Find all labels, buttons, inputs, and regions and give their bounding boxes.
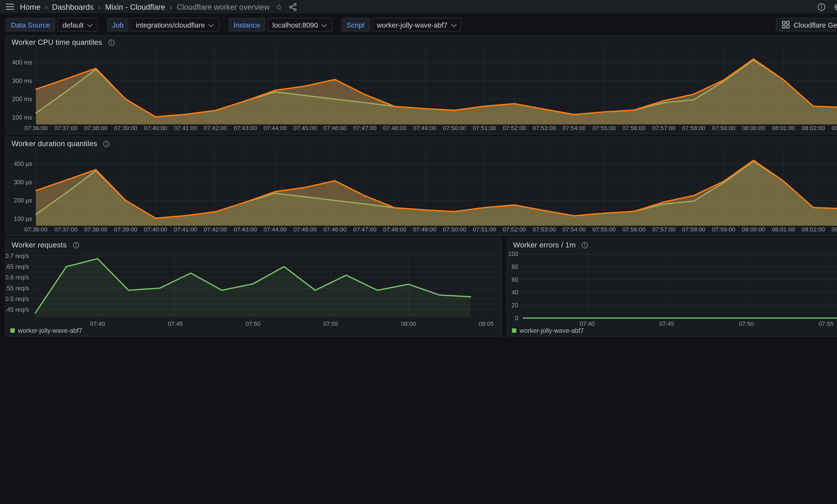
nav-actions: Last 30 minutes 1m (817, 2, 837, 11)
x-tick-label: 07:42:00 (204, 226, 227, 233)
y-tick-label: 400 µs (14, 160, 32, 167)
x-tick-label: 07:48:00 (383, 125, 407, 131)
legend: worker-jolly-wave-abf7 (512, 327, 584, 334)
chart-plot-area[interactable]: 100 ms200 ms300 ms400 ms07:36:0007:37:00… (6, 36, 837, 134)
legend-item[interactable]: worker-jolly-wave-abf7 (512, 327, 584, 334)
x-tick-label: 07:37:00 (54, 125, 77, 131)
chart-plot-area[interactable]: 0.45 req/s0.5 req/s0.55 req/s0.6 req/s0.… (6, 239, 501, 336)
x-tick-label: 07:58:00 (682, 125, 706, 131)
x-tick-label: 07:55 (323, 320, 338, 327)
x-tick-label: 07:37:00 (54, 226, 77, 233)
chart-plot-area[interactable]: 100 µs200 µs300 µs400 µs07:36:0007:37:00… (6, 137, 837, 236)
chevron-right-icon: › (170, 2, 172, 11)
x-tick-label: 07:51:00 (473, 125, 496, 131)
x-tick-label: 07:57:00 (652, 125, 675, 131)
y-tick-label: 80 (512, 263, 518, 270)
x-tick-label: 07:36:00 (24, 226, 48, 233)
panel-title[interactable]: Worker CPU time quantiles (12, 38, 102, 46)
x-tick-label: 07:50:00 (443, 125, 466, 131)
x-tick-label: 07:49:00 (413, 125, 436, 131)
chevron-right-icon: › (98, 2, 101, 11)
x-tick-label: 07:42:00 (204, 125, 227, 131)
y-tick-label: 300 ms (12, 77, 32, 84)
y-tick-label: 100 ms (12, 114, 32, 121)
breadcrumb-home[interactable]: Home (20, 2, 40, 11)
panel-title[interactable]: Worker errors / 1m (513, 241, 576, 249)
info-icon[interactable] (108, 39, 115, 46)
variable-value: worker-jolly-wave-abf7 (377, 21, 447, 29)
x-tick-label: 07:49:00 (413, 226, 436, 233)
variable-value-dropdown[interactable]: localhost:8090 (267, 18, 332, 32)
panel-title[interactable]: Worker duration quantiles (12, 140, 97, 148)
top-navigation: Home › Dashboards › Mixin - Cloudflare ›… (0, 0, 837, 14)
legend-swatch (10, 328, 15, 333)
x-tick-label: 07:38:00 (84, 226, 107, 233)
variable-value-dropdown[interactable]: worker-jolly-wave-abf7 (372, 18, 461, 32)
breadcrumb-folder[interactable]: Mixin - Cloudflare (105, 2, 165, 11)
x-tick-label: 07:43:00 (234, 125, 257, 131)
legend-label: worker-jolly-wave-abf7 (18, 327, 82, 334)
variable-value-dropdown[interactable]: integrations/cloudflare (131, 18, 219, 32)
x-tick-label: 07:39:00 (114, 125, 137, 131)
variable-value-dropdown[interactable]: default (57, 18, 97, 32)
x-tick-label: 07:39:00 (114, 226, 137, 233)
y-tick-label: 0.55 req/s (6, 285, 29, 292)
apps-icon (781, 21, 790, 29)
share-icon (288, 2, 297, 11)
y-tick-label: 100 (508, 250, 518, 257)
x-tick-label: 07:59:00 (712, 226, 735, 233)
x-tick-label: 07:50:00 (443, 226, 466, 233)
link-cloudflare-geomap-overview[interactable]: Cloudflare Geomap overview (776, 18, 837, 32)
x-tick-label: 07:50 (739, 320, 754, 327)
chevron-down-icon (87, 22, 92, 26)
info-icon[interactable] (72, 241, 79, 248)
x-tick-label: 07:54:00 (563, 226, 586, 233)
dashboard-insights-button[interactable] (817, 2, 826, 11)
x-tick-label: 08:02:00 (802, 125, 825, 131)
y-tick-label: 0.7 req/s (6, 253, 29, 259)
chart-plot-area[interactable]: 02040608010007:4007:4507:5007:5508:0008:… (507, 239, 837, 336)
info-circle-icon (817, 2, 826, 11)
x-tick-label: 07:40 (90, 320, 105, 327)
x-tick-label: 07:41:00 (174, 125, 197, 131)
x-tick-label: 08:05 (479, 320, 494, 327)
x-tick-label: 07:53:00 (533, 226, 556, 233)
x-tick-label: 07:45 (168, 320, 183, 327)
x-tick-label: 07:38:00 (84, 125, 107, 131)
x-tick-label: 08:00 (401, 320, 416, 327)
breadcrumb-dashboards[interactable]: Dashboards (52, 2, 93, 11)
info-icon[interactable] (582, 241, 589, 248)
y-tick-label: 0 (515, 315, 518, 321)
x-tick-label: 07:47:00 (353, 226, 376, 233)
x-tick-label: 08:03:00 (832, 125, 837, 131)
panel-worker-requests: Worker requests 0.45 req/s0.5 req/s0.55 … (5, 238, 502, 337)
variable-instance: Instancelocalhost:8090 (228, 18, 332, 32)
menu-button[interactable] (6, 4, 14, 10)
x-tick-label: 07:56:00 (622, 125, 645, 131)
x-tick-label: 07:54:00 (563, 125, 586, 131)
chevron-down-icon (322, 22, 327, 26)
x-tick-label: 07:44:00 (264, 125, 287, 131)
dashboard-settings-button[interactable] (833, 2, 837, 11)
variable-label: Job (107, 18, 129, 32)
x-tick-label: 08:02:00 (802, 226, 825, 233)
breadcrumb: Home › Dashboards › Mixin - Cloudflare ›… (20, 2, 270, 11)
x-tick-label: 08:01:00 (772, 125, 795, 131)
y-tick-label: 40 (512, 289, 518, 296)
variable-value: default (63, 21, 84, 29)
panel-header: Worker duration quantiles (12, 140, 110, 148)
variable-value: integrations/cloudflare (136, 21, 205, 29)
x-tick-label: 07:50 (246, 320, 261, 327)
y-tick-label: 300 µs (14, 179, 32, 186)
legend-item[interactable]: worker-jolly-wave-abf7 (10, 327, 82, 334)
x-tick-label: 08:00:00 (742, 125, 765, 131)
favorite-button[interactable]: ☆ (275, 3, 282, 11)
share-button[interactable] (288, 2, 297, 11)
chevron-down-icon (451, 22, 456, 26)
info-icon[interactable] (103, 140, 110, 147)
x-tick-label: 07:40:00 (144, 125, 167, 131)
panel-title[interactable]: Worker requests (12, 241, 67, 249)
variable-label: Instance (228, 18, 265, 32)
y-tick-label: 0.5 req/s (6, 296, 29, 302)
chevron-down-icon (209, 22, 214, 26)
